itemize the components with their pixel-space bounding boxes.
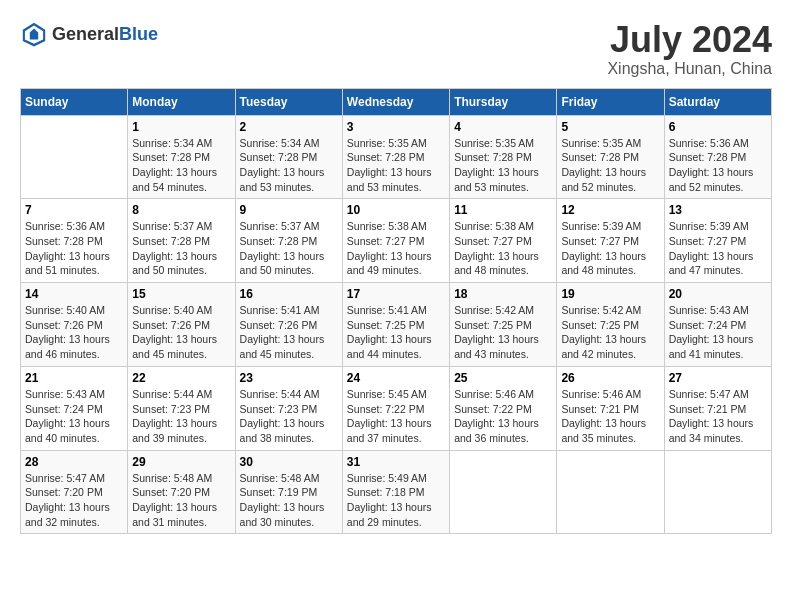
day-info: Sunrise: 5:46 AM Sunset: 7:21 PM Dayligh… xyxy=(561,387,659,446)
calendar-cell: 3Sunrise: 5:35 AM Sunset: 7:28 PM Daylig… xyxy=(342,115,449,199)
calendar-cell xyxy=(664,450,771,534)
calendar-cell: 1Sunrise: 5:34 AM Sunset: 7:28 PM Daylig… xyxy=(128,115,235,199)
day-info: Sunrise: 5:34 AM Sunset: 7:28 PM Dayligh… xyxy=(240,136,338,195)
day-info: Sunrise: 5:47 AM Sunset: 7:20 PM Dayligh… xyxy=(25,471,123,530)
column-header-thursday: Thursday xyxy=(450,88,557,115)
calendar-cell: 31Sunrise: 5:49 AM Sunset: 7:18 PM Dayli… xyxy=(342,450,449,534)
calendar-cell: 8Sunrise: 5:37 AM Sunset: 7:28 PM Daylig… xyxy=(128,199,235,283)
calendar-cell: 25Sunrise: 5:46 AM Sunset: 7:22 PM Dayli… xyxy=(450,366,557,450)
day-number: 30 xyxy=(240,455,338,469)
calendar-cell: 17Sunrise: 5:41 AM Sunset: 7:25 PM Dayli… xyxy=(342,283,449,367)
day-number: 14 xyxy=(25,287,123,301)
day-info: Sunrise: 5:36 AM Sunset: 7:28 PM Dayligh… xyxy=(25,219,123,278)
calendar-cell: 11Sunrise: 5:38 AM Sunset: 7:27 PM Dayli… xyxy=(450,199,557,283)
calendar-cell: 9Sunrise: 5:37 AM Sunset: 7:28 PM Daylig… xyxy=(235,199,342,283)
calendar-cell: 14Sunrise: 5:40 AM Sunset: 7:26 PM Dayli… xyxy=(21,283,128,367)
day-info: Sunrise: 5:38 AM Sunset: 7:27 PM Dayligh… xyxy=(454,219,552,278)
day-info: Sunrise: 5:38 AM Sunset: 7:27 PM Dayligh… xyxy=(347,219,445,278)
day-number: 22 xyxy=(132,371,230,385)
calendar-cell: 2Sunrise: 5:34 AM Sunset: 7:28 PM Daylig… xyxy=(235,115,342,199)
calendar-cell: 24Sunrise: 5:45 AM Sunset: 7:22 PM Dayli… xyxy=(342,366,449,450)
calendar-cell xyxy=(21,115,128,199)
day-info: Sunrise: 5:34 AM Sunset: 7:28 PM Dayligh… xyxy=(132,136,230,195)
logo-text: GeneralBlue xyxy=(52,24,158,45)
day-info: Sunrise: 5:41 AM Sunset: 7:25 PM Dayligh… xyxy=(347,303,445,362)
page-header: GeneralBlue July 2024 Xingsha, Hunan, Ch… xyxy=(20,20,772,78)
calendar-week-4: 21Sunrise: 5:43 AM Sunset: 7:24 PM Dayli… xyxy=(21,366,772,450)
calendar-cell: 30Sunrise: 5:48 AM Sunset: 7:19 PM Dayli… xyxy=(235,450,342,534)
day-number: 2 xyxy=(240,120,338,134)
sub-title: Xingsha, Hunan, China xyxy=(607,60,772,78)
day-info: Sunrise: 5:42 AM Sunset: 7:25 PM Dayligh… xyxy=(561,303,659,362)
day-number: 21 xyxy=(25,371,123,385)
day-info: Sunrise: 5:49 AM Sunset: 7:18 PM Dayligh… xyxy=(347,471,445,530)
day-info: Sunrise: 5:35 AM Sunset: 7:28 PM Dayligh… xyxy=(347,136,445,195)
calendar-cell: 12Sunrise: 5:39 AM Sunset: 7:27 PM Dayli… xyxy=(557,199,664,283)
day-info: Sunrise: 5:40 AM Sunset: 7:26 PM Dayligh… xyxy=(132,303,230,362)
day-info: Sunrise: 5:43 AM Sunset: 7:24 PM Dayligh… xyxy=(669,303,767,362)
day-number: 13 xyxy=(669,203,767,217)
day-info: Sunrise: 5:35 AM Sunset: 7:28 PM Dayligh… xyxy=(561,136,659,195)
calendar-cell xyxy=(450,450,557,534)
day-info: Sunrise: 5:39 AM Sunset: 7:27 PM Dayligh… xyxy=(669,219,767,278)
calendar-cell: 6Sunrise: 5:36 AM Sunset: 7:28 PM Daylig… xyxy=(664,115,771,199)
calendar-week-2: 7Sunrise: 5:36 AM Sunset: 7:28 PM Daylig… xyxy=(21,199,772,283)
day-number: 5 xyxy=(561,120,659,134)
day-number: 8 xyxy=(132,203,230,217)
day-info: Sunrise: 5:36 AM Sunset: 7:28 PM Dayligh… xyxy=(669,136,767,195)
calendar-week-1: 1Sunrise: 5:34 AM Sunset: 7:28 PM Daylig… xyxy=(21,115,772,199)
column-header-friday: Friday xyxy=(557,88,664,115)
calendar-cell: 28Sunrise: 5:47 AM Sunset: 7:20 PM Dayli… xyxy=(21,450,128,534)
day-number: 28 xyxy=(25,455,123,469)
day-number: 4 xyxy=(454,120,552,134)
calendar-cell: 15Sunrise: 5:40 AM Sunset: 7:26 PM Dayli… xyxy=(128,283,235,367)
day-info: Sunrise: 5:39 AM Sunset: 7:27 PM Dayligh… xyxy=(561,219,659,278)
day-number: 17 xyxy=(347,287,445,301)
day-info: Sunrise: 5:44 AM Sunset: 7:23 PM Dayligh… xyxy=(132,387,230,446)
day-info: Sunrise: 5:42 AM Sunset: 7:25 PM Dayligh… xyxy=(454,303,552,362)
logo-general: General xyxy=(52,24,119,44)
day-number: 9 xyxy=(240,203,338,217)
day-info: Sunrise: 5:37 AM Sunset: 7:28 PM Dayligh… xyxy=(132,219,230,278)
day-info: Sunrise: 5:48 AM Sunset: 7:19 PM Dayligh… xyxy=(240,471,338,530)
calendar-cell: 21Sunrise: 5:43 AM Sunset: 7:24 PM Dayli… xyxy=(21,366,128,450)
calendar-cell: 5Sunrise: 5:35 AM Sunset: 7:28 PM Daylig… xyxy=(557,115,664,199)
day-number: 19 xyxy=(561,287,659,301)
day-number: 6 xyxy=(669,120,767,134)
column-header-sunday: Sunday xyxy=(21,88,128,115)
day-number: 20 xyxy=(669,287,767,301)
calendar-cell: 19Sunrise: 5:42 AM Sunset: 7:25 PM Dayli… xyxy=(557,283,664,367)
calendar-cell: 22Sunrise: 5:44 AM Sunset: 7:23 PM Dayli… xyxy=(128,366,235,450)
generalblue-icon xyxy=(20,20,48,48)
calendar-cell: 4Sunrise: 5:35 AM Sunset: 7:28 PM Daylig… xyxy=(450,115,557,199)
day-number: 23 xyxy=(240,371,338,385)
calendar-cell: 7Sunrise: 5:36 AM Sunset: 7:28 PM Daylig… xyxy=(21,199,128,283)
calendar-cell: 27Sunrise: 5:47 AM Sunset: 7:21 PM Dayli… xyxy=(664,366,771,450)
day-info: Sunrise: 5:43 AM Sunset: 7:24 PM Dayligh… xyxy=(25,387,123,446)
logo: GeneralBlue xyxy=(20,20,158,48)
day-number: 26 xyxy=(561,371,659,385)
column-header-monday: Monday xyxy=(128,88,235,115)
day-info: Sunrise: 5:48 AM Sunset: 7:20 PM Dayligh… xyxy=(132,471,230,530)
calendar-cell: 16Sunrise: 5:41 AM Sunset: 7:26 PM Dayli… xyxy=(235,283,342,367)
calendar-cell: 29Sunrise: 5:48 AM Sunset: 7:20 PM Dayli… xyxy=(128,450,235,534)
calendar-table: SundayMondayTuesdayWednesdayThursdayFrid… xyxy=(20,88,772,535)
main-title: July 2024 xyxy=(607,20,772,60)
day-number: 12 xyxy=(561,203,659,217)
day-info: Sunrise: 5:47 AM Sunset: 7:21 PM Dayligh… xyxy=(669,387,767,446)
day-number: 31 xyxy=(347,455,445,469)
day-info: Sunrise: 5:45 AM Sunset: 7:22 PM Dayligh… xyxy=(347,387,445,446)
day-number: 1 xyxy=(132,120,230,134)
calendar-cell: 10Sunrise: 5:38 AM Sunset: 7:27 PM Dayli… xyxy=(342,199,449,283)
day-info: Sunrise: 5:44 AM Sunset: 7:23 PM Dayligh… xyxy=(240,387,338,446)
calendar-cell: 26Sunrise: 5:46 AM Sunset: 7:21 PM Dayli… xyxy=(557,366,664,450)
calendar-week-5: 28Sunrise: 5:47 AM Sunset: 7:20 PM Dayli… xyxy=(21,450,772,534)
day-number: 3 xyxy=(347,120,445,134)
title-block: July 2024 Xingsha, Hunan, China xyxy=(607,20,772,78)
day-number: 24 xyxy=(347,371,445,385)
day-number: 7 xyxy=(25,203,123,217)
calendar-cell: 18Sunrise: 5:42 AM Sunset: 7:25 PM Dayli… xyxy=(450,283,557,367)
calendar-cell: 23Sunrise: 5:44 AM Sunset: 7:23 PM Dayli… xyxy=(235,366,342,450)
column-header-wednesday: Wednesday xyxy=(342,88,449,115)
day-number: 18 xyxy=(454,287,552,301)
